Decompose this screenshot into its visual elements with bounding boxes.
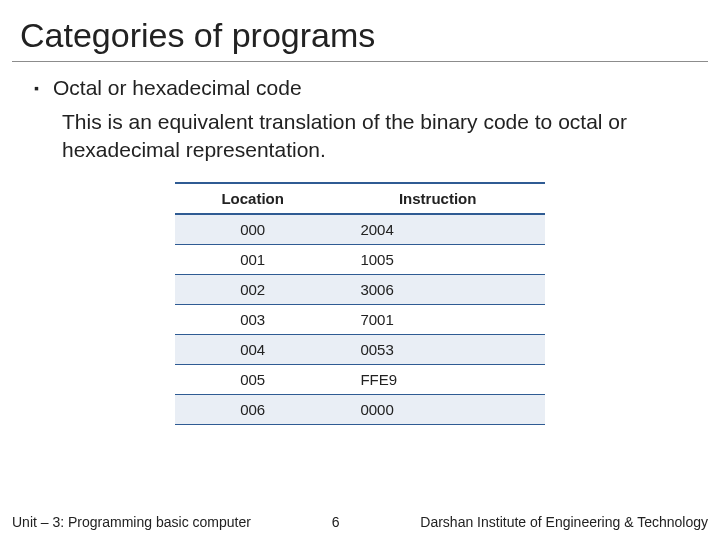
slide-footer: Unit – 3: Programming basic computer 6 D…: [0, 514, 720, 530]
col-header-location: Location: [175, 183, 330, 214]
footer-page: 6: [251, 514, 420, 530]
cell-location: 000: [175, 214, 330, 245]
footer-left: Unit – 3: Programming basic computer: [12, 514, 251, 530]
cell-location: 006: [175, 395, 330, 425]
cell-instruction: 0000: [330, 395, 545, 425]
footer-right: Darshan Institute of Engineering & Techn…: [420, 514, 708, 530]
table-row: 005FFE9: [175, 365, 545, 395]
col-header-instruction: Instruction: [330, 183, 545, 214]
cell-instruction: 3006: [330, 275, 545, 305]
cell-location: 004: [175, 335, 330, 365]
cell-location: 005: [175, 365, 330, 395]
cell-instruction: 1005: [330, 245, 545, 275]
cell-instruction: FFE9: [330, 365, 545, 395]
cell-instruction: 7001: [330, 305, 545, 335]
table-row: 0037001: [175, 305, 545, 335]
cell-instruction: 2004: [330, 214, 545, 245]
program-table: Location Instruction 0002004001100500230…: [175, 182, 545, 425]
slide-body: ▪ Octal or hexadecimal code This is an e…: [0, 68, 720, 425]
table-header-row: Location Instruction: [175, 183, 545, 214]
slide: Categories of programs ▪ Octal or hexade…: [0, 0, 720, 540]
table-row: 0023006: [175, 275, 545, 305]
table-row: 0011005: [175, 245, 545, 275]
bullet-paragraph: This is an equivalent translation of the…: [34, 108, 634, 164]
table-row: 0060000: [175, 395, 545, 425]
title-divider: [12, 61, 708, 62]
cell-instruction: 0053: [330, 335, 545, 365]
cell-location: 003: [175, 305, 330, 335]
table-row: 0040053: [175, 335, 545, 365]
bullet-heading: Octal or hexadecimal code: [53, 74, 302, 102]
bullet-item: ▪ Octal or hexadecimal code: [34, 74, 686, 102]
cell-location: 002: [175, 275, 330, 305]
cell-location: 001: [175, 245, 330, 275]
table-row: 0002004: [175, 214, 545, 245]
slide-title: Categories of programs: [0, 0, 720, 61]
bullet-icon: ▪: [34, 74, 39, 102]
